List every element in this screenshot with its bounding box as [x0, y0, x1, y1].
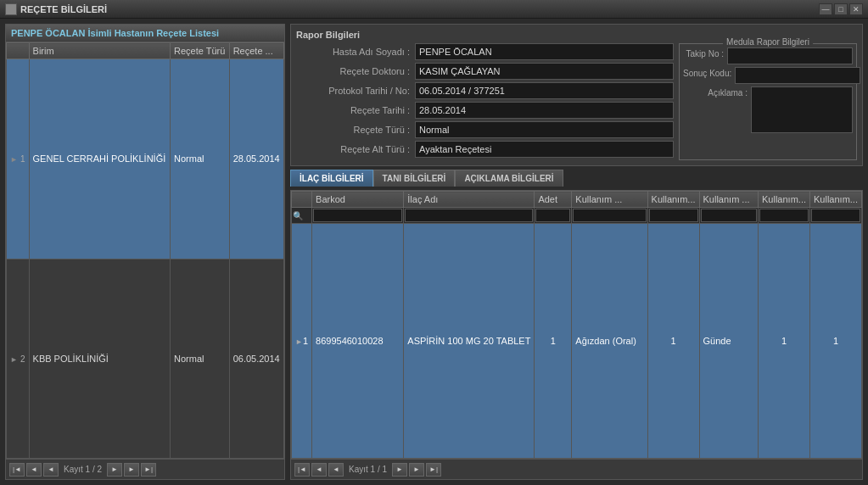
report-field-value: PENPE ÖCALAN: [415, 43, 674, 60]
report-field-label: Reçete Alt Türü :: [296, 144, 415, 154]
medula-field-row: Açıklama :: [683, 86, 853, 133]
filter-k4-cell: [759, 208, 810, 224]
drug-table: Barkod İlaç Adı Adet Kullanım ... Kullan…: [291, 191, 862, 459]
medula-aciklama-input[interactable]: [751, 86, 853, 133]
tab-aciklama[interactable]: AÇIKLAMA BİLGİLERİ: [455, 170, 563, 187]
drug-panel: Barkod İlaç Adı Adet Kullanım ... Kullan…: [290, 190, 863, 480]
drug-row-k5: 1: [810, 224, 862, 459]
medula-field-input[interactable]: [735, 67, 860, 84]
maximize-button[interactable]: □: [834, 3, 848, 15]
report-field-label: Reçete Tarihi :: [296, 105, 415, 115]
drug-col-k2: Kullanım...: [647, 192, 699, 208]
tabs-container: İLAÇ BİLGİLERİ TANI BİLGİLERİ AÇIKLAMA B…: [290, 170, 863, 187]
nav-first-button[interactable]: |◄: [9, 463, 25, 477]
drug-nav-prev2-button[interactable]: ◄: [328, 463, 344, 477]
col-tur: Reçete Türü: [171, 43, 230, 59]
filter-adet-cell: [535, 208, 572, 224]
medula-field-row: Sonuç Kodu:: [683, 67, 853, 84]
medula-box: Medula Rapor Bilgileri Takip No : Sonuç …: [679, 43, 857, 160]
drug-row-adet: 1: [535, 224, 572, 459]
report-content: Hasta Adı Soyadı : PENPE ÖCALAN Reçete D…: [296, 43, 857, 160]
report-field-row: Reçete Doktoru : KASIM ÇAĞLAYAN: [296, 63, 674, 80]
filter-k1-cell: [572, 208, 647, 224]
filter-k1-input[interactable]: [573, 209, 646, 222]
row-birim: GENEL CERRAHİ POLİKLİNİĞİ: [29, 59, 170, 259]
tab-ilac[interactable]: İLAÇ BİLGİLERİ: [290, 170, 373, 187]
filter-k4-input[interactable]: [759, 209, 809, 222]
drug-col-k1: Kullanım ...: [572, 192, 647, 208]
drug-row-barkod: 8699546010028: [312, 224, 404, 459]
title-bar: REÇETE BİLGİLERİ — □ ✕: [0, 0, 868, 19]
drug-row[interactable]: ►1 8699546010028 ASPİRİN 100 MG 20 TABLE…: [292, 224, 862, 459]
col-recete: Reçete ...: [229, 43, 283, 59]
drug-table-wrapper: Barkod İlaç Adı Adet Kullanım ... Kullan…: [291, 191, 862, 459]
left-panel-title: PENPE ÖCALAN İsimli Hastanın Reçete List…: [6, 25, 284, 42]
drug-nav-next-button[interactable]: ►: [392, 463, 407, 477]
report-field-row: Reçete Türü : Normal: [296, 121, 674, 138]
drug-col-barkod: Barkod: [312, 192, 404, 208]
nav-prev2-button[interactable]: ◄: [43, 463, 59, 477]
drug-col-k3: Kullanım ...: [699, 192, 759, 208]
row-birim: KBB POLİKLİNİĞİ: [29, 259, 170, 459]
right-nav-bar: |◄ ◄ ◄ Kayıt 1 / 1 ► ► ►|: [291, 459, 862, 479]
report-field-row: Reçete Tarihi : 28.05.2014: [296, 102, 674, 119]
minimize-button[interactable]: —: [819, 3, 832, 15]
row-expand: ► 2: [7, 259, 30, 459]
panel-title-suffix: İsimli Hastanın Reçete Listesi: [85, 28, 219, 38]
nav-next-button[interactable]: ►: [107, 463, 122, 477]
tab-tani[interactable]: TANI BİLGİLERİ: [373, 170, 456, 187]
drug-row-k4: 1: [759, 224, 810, 459]
row-tur: Normal: [171, 59, 230, 259]
medula-field-label: Açıklama :: [683, 86, 751, 98]
report-field-row: Protokol Tarihi / No: 06.05.2014 / 37725…: [296, 82, 674, 99]
col-birim: Birim: [29, 43, 170, 59]
title-bar-controls[interactable]: — □ ✕: [819, 3, 863, 15]
report-field-label: Protokol Tarihi / No:: [296, 86, 415, 96]
close-button[interactable]: ✕: [849, 3, 863, 15]
report-fields: Hasta Adı Soyadı : PENPE ÖCALAN Reçete D…: [296, 43, 674, 160]
filter-barkod-input[interactable]: [313, 209, 402, 222]
report-field-value: 06.05.2014 / 377251: [415, 82, 674, 99]
row-tarih: 06.05.2014: [229, 259, 283, 459]
app-icon: [5, 3, 17, 15]
title-bar-text: REÇETE BİLGİLERİ: [20, 4, 819, 14]
filter-barkod-cell: [312, 208, 404, 224]
nav-next2-button[interactable]: ►: [124, 463, 139, 477]
report-field-label: Reçete Doktoru :: [296, 66, 415, 76]
filter-k2-cell: [647, 208, 699, 224]
right-nav-text: Kayıt 1 / 1: [349, 465, 387, 474]
prescription-row[interactable]: ► 1 GENEL CERRAHİ POLİKLİNİĞİ Normal 28.…: [7, 59, 284, 259]
filter-adet-input[interactable]: [535, 209, 570, 222]
filter-ilac-input[interactable]: [405, 209, 533, 222]
drug-nav-first-button[interactable]: |◄: [294, 463, 310, 477]
report-field-label: Reçete Türü :: [296, 125, 415, 135]
patient-name-highlight: PENPE ÖCALAN: [11, 28, 85, 38]
prescription-row[interactable]: ► 2 KBB POLİKLİNİĞİ Normal 06.05.2014: [7, 259, 284, 459]
medula-field-input[interactable]: [727, 47, 853, 64]
left-nav-bar: |◄ ◄ ◄ Kayıt 1 / 2 ► ► ►|: [6, 459, 284, 479]
prescription-list: Birim Reçete Türü Reçete ... ► 1 GENEL C…: [6, 42, 284, 459]
medula-title: Medula Rapor Bilgileri: [723, 37, 813, 47]
left-nav-text: Kayıt 1 / 2: [64, 465, 102, 474]
row-expand: ► 1: [7, 59, 30, 259]
row-tarih: 28.05.2014: [229, 59, 283, 259]
report-field-value: Normal: [415, 121, 674, 138]
drug-nav-last-button[interactable]: ►|: [426, 463, 441, 477]
prescription-table: Birim Reçete Türü Reçete ... ► 1 GENEL C…: [6, 42, 284, 459]
filter-k3-input[interactable]: [701, 209, 758, 222]
medula-fields: Takip No : Sonuç Kodu: Açıklama :: [683, 47, 853, 133]
filter-k2-input[interactable]: [649, 209, 698, 222]
filter-k5-input[interactable]: [811, 209, 860, 222]
drug-nav-next2-button[interactable]: ►: [409, 463, 424, 477]
report-field-value: 28.05.2014: [415, 102, 674, 119]
filter-ilac-cell: [404, 208, 535, 224]
main-container: PENPE ÖCALAN İsimli Hastanın Reçete List…: [0, 19, 868, 485]
drug-row-k2: 1: [647, 224, 699, 459]
drug-nav-prev-button[interactable]: ◄: [311, 463, 327, 477]
report-field-label: Hasta Adı Soyadı :: [296, 47, 415, 57]
nav-last-button[interactable]: ►|: [141, 463, 156, 477]
nav-prev-button[interactable]: ◄: [26, 463, 42, 477]
drug-col-adet: Adet: [535, 192, 572, 208]
filter-k5-cell: [810, 208, 862, 224]
drug-row-k3: Günde: [699, 224, 759, 459]
